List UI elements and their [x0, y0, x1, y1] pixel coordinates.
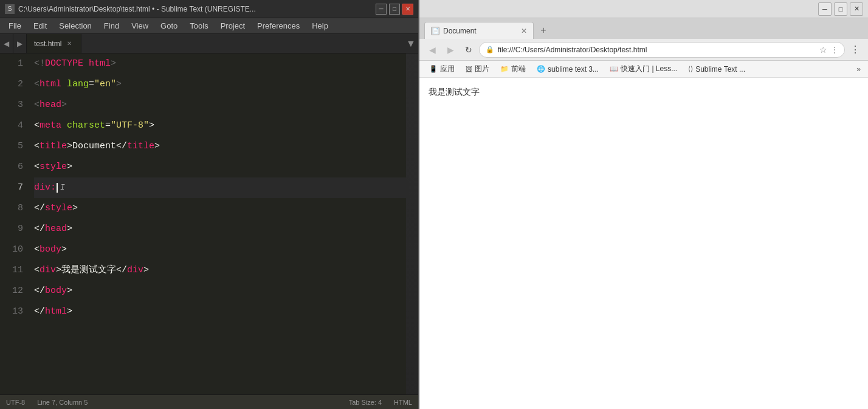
sublime-text-editor: S C:\Users\Administrator\Desktop\test.ht…	[0, 0, 419, 409]
browser-tab-favicon: 📄	[431, 27, 439, 35]
code-line-13: </html>	[34, 301, 406, 322]
menu-selection[interactable]: Selection	[54, 20, 96, 32]
code-line-12: </body>	[34, 281, 406, 301]
menu-goto[interactable]: Goto	[156, 20, 182, 32]
tab-test-html[interactable]: test.html ✕	[27, 34, 81, 53]
browser-toolbar: ◀ ▶ ↻ 🔒 file:///C:/Users/Administrator/D…	[419, 39, 868, 61]
menu-find[interactable]: Find	[99, 20, 124, 32]
code-line-11: <div>我是测试文字</div>	[34, 260, 406, 281]
menu-tools[interactable]: Tools	[185, 20, 213, 32]
app-icon: S	[5, 4, 15, 14]
title-bar: S C:\Users\Administrator\Desktop\test.ht…	[0, 0, 418, 18]
url-bar[interactable]: 🔒 file:///C:/Users/Administrator/Desktop…	[479, 42, 845, 58]
menu-view[interactable]: View	[126, 20, 153, 32]
code-line-1: <!DOCTYPE html>	[34, 53, 406, 74]
status-position: Line 7, Column 5	[37, 399, 88, 406]
status-bar: UTF-8 Line 7, Column 5 Tab Size: 4 HTML	[0, 394, 418, 409]
browser-panel: ─ □ ✕ 📄 Document ✕ + ◀ ▶ ↻ 🔒 file:///C:/…	[419, 0, 868, 409]
menu-bar: File Edit Selection Find View Goto Tools…	[0, 18, 418, 34]
bookmark-apps[interactable]: 📱 应用	[424, 63, 460, 75]
status-encoding: UTF-8	[6, 399, 25, 406]
code-line-8: </style>	[34, 198, 406, 219]
browser-new-tab-button[interactable]: +	[535, 22, 552, 39]
browser-content: 我是测试文字	[419, 78, 868, 409]
close-button[interactable]: ✕	[402, 4, 413, 15]
code-icon: ⟨⟩	[688, 65, 693, 73]
menu-preferences[interactable]: Preferences	[252, 20, 305, 32]
code-line-3: <head>	[34, 95, 406, 115]
browser-tab-label: Document	[443, 27, 477, 35]
browser-settings-icon[interactable]: ⋮	[847, 42, 863, 58]
page-text: 我是测试文字	[429, 87, 859, 98]
bookmark-sublimetext[interactable]: ⟨⟩ Sublime Text ...	[683, 64, 750, 75]
menu-edit[interactable]: Edit	[29, 20, 52, 32]
menu-project[interactable]: Project	[216, 20, 250, 32]
window-title: C:\Users\Administrator\Desktop\test.html…	[18, 5, 256, 13]
bookmark-images-label: 图片	[475, 64, 489, 74]
url-action-icon[interactable]: ⋮	[831, 46, 838, 54]
bookmark-images[interactable]: 🖼 图片	[461, 63, 494, 75]
sublime-favicon-icon: 🌐	[537, 65, 545, 73]
bookmark-sublimetext-label: Sublime Text ...	[695, 65, 745, 74]
browser-maximize-button[interactable]: □	[834, 2, 847, 16]
code-line-6: <style>	[34, 157, 406, 177]
url-lock-icon: 🔒	[486, 46, 494, 53]
tab-next-button[interactable]: ▶	[13, 34, 27, 53]
apps-icon: 📱	[429, 65, 438, 73]
tab-label: test.html	[34, 40, 61, 48]
browser-tab-close-button[interactable]: ✕	[521, 27, 527, 35]
bookmarks-more-button[interactable]: »	[854, 64, 863, 75]
code-line-4: <meta charset="UTF-8">	[34, 115, 406, 136]
bookmark-less-label: 快速入门 | Less...	[621, 64, 677, 74]
back-button[interactable]: ◀	[424, 42, 440, 58]
browser-close-button[interactable]: ✕	[850, 2, 863, 16]
bookmark-frontend-label: 前端	[511, 64, 526, 74]
minimize-button[interactable]: ─	[376, 4, 387, 15]
minimap[interactable]	[406, 53, 418, 394]
browser-tab-bar: 📄 Document ✕ +	[419, 18, 868, 39]
bookmark-apps-label: 应用	[440, 64, 455, 74]
code-line-7: div:I	[34, 177, 406, 198]
bookmarks-bar: 📱 应用 🖼 图片 📁 前端 🌐 sublime text 3... 📖 快速入…	[419, 61, 868, 78]
status-tab-size: Tab Size: 4	[349, 399, 382, 406]
line-numbers: 1 2 3 4 5 6 7 8 9 10 11 12 13	[0, 53, 29, 394]
maximize-button[interactable]: □	[389, 4, 400, 15]
tab-prev-button[interactable]: ◀	[0, 34, 13, 53]
status-syntax: HTML	[394, 399, 412, 406]
bookmark-sublime[interactable]: 🌐 sublime text 3...	[532, 64, 604, 75]
browser-minimize-button[interactable]: ─	[818, 2, 832, 16]
folder-icon: 📁	[500, 65, 509, 73]
bookmark-less[interactable]: 📖 快速入门 | Less...	[605, 63, 682, 75]
images-icon: 🖼	[466, 66, 472, 73]
menu-file[interactable]: File	[4, 20, 26, 32]
browser-tab-document[interactable]: 📄 Document ✕	[424, 22, 534, 39]
browser-title-bar: ─ □ ✕	[419, 0, 868, 18]
less-icon: 📖	[610, 65, 618, 73]
forward-button[interactable]: ▶	[443, 42, 458, 58]
refresh-button[interactable]: ↻	[461, 42, 477, 58]
tab-close-button[interactable]: ✕	[65, 40, 74, 48]
bookmark-sublime-label: sublime text 3...	[548, 65, 599, 74]
url-text: file:///C:/Users/Administrator/Desktop/t…	[498, 46, 816, 54]
menu-help[interactable]: Help	[307, 20, 333, 32]
code-content[interactable]: <!DOCTYPE html> <html lang="en"> <head> …	[29, 53, 406, 394]
code-line-2: <html lang="en">	[34, 74, 406, 95]
window-controls: ─ □ ✕	[376, 4, 413, 15]
code-line-5: <title>Document</title>	[34, 136, 406, 157]
code-editor-area[interactable]: 1 2 3 4 5 6 7 8 9 10 11 12 13 <!DOCTYPE …	[0, 53, 418, 394]
bookmark-star-icon[interactable]: ☆	[819, 45, 827, 55]
tab-list-dropdown[interactable]: ▼	[404, 34, 418, 53]
code-line-9: </head>	[34, 219, 406, 239]
tab-bar: ◀ ▶ test.html ✕ ▼	[0, 34, 418, 53]
code-line-10: <body>	[34, 239, 406, 260]
bookmark-frontend[interactable]: 📁 前端	[495, 63, 531, 75]
